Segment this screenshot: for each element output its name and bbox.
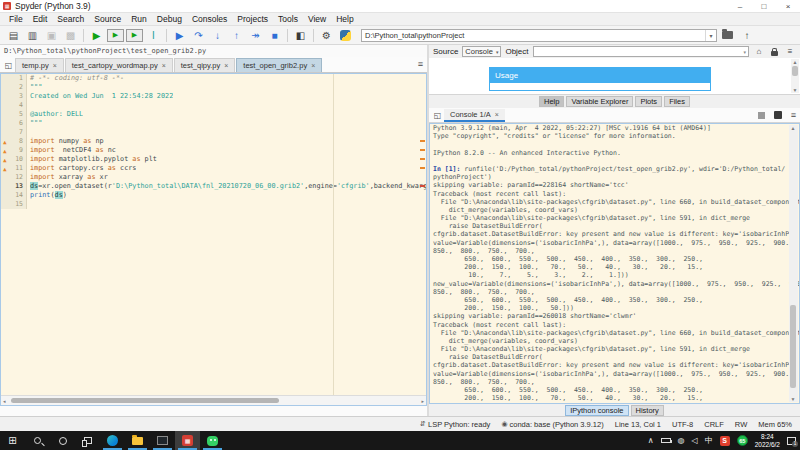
taskbar-search[interactable] xyxy=(25,431,50,450)
preferences-icon[interactable]: ⚙ xyxy=(317,28,336,43)
scrollbar-thumb[interactable] xyxy=(11,398,279,403)
tab-ipython-console[interactable]: IPython console xyxy=(565,405,628,416)
editor-tab[interactable]: test_open_grib2.py× xyxy=(236,58,322,72)
code-editor[interactable]: 1# -*- coding: utf-8 -*-2"""3Created on … xyxy=(0,73,427,406)
menu-source[interactable]: Source xyxy=(89,14,126,24)
menu-view[interactable]: View xyxy=(303,14,331,24)
console-vertical-scrollbar[interactable]: ▲ ▼ xyxy=(789,125,798,402)
scrollbar-thumb[interactable] xyxy=(792,66,798,76)
clock-time: 8:24 xyxy=(755,433,780,441)
menu-projects[interactable]: Projects xyxy=(232,14,273,24)
console-tab[interactable]: Console 1/A × xyxy=(444,109,505,122)
taskbar-task-view[interactable] xyxy=(75,431,100,450)
working-directory-combobox[interactable]: D:\Python_total\pythonProject ▾ xyxy=(361,29,717,42)
taskbar-clock[interactable]: 8:24 2022/6/2 xyxy=(755,433,780,448)
taskbar-terminal[interactable] xyxy=(150,431,175,450)
editor-options-menu-icon[interactable]: ≡ xyxy=(418,59,423,69)
browse-tabs-icon[interactable]: ◱ xyxy=(431,109,444,121)
remove-variables-icon[interactable] xyxy=(774,111,782,119)
run-cell-advance-icon[interactable]: ▶ xyxy=(126,29,143,42)
taskbar-edge[interactable] xyxy=(100,431,125,450)
menu-debug[interactable]: Debug xyxy=(152,14,187,24)
chevron-up-icon[interactable]: ∧ xyxy=(648,436,654,445)
menu-tools[interactable]: Tools xyxy=(273,14,303,24)
open-file-icon[interactable]: ▥ xyxy=(23,28,42,43)
red-app-badge[interactable]: S xyxy=(720,436,730,446)
close-icon[interactable]: × xyxy=(495,111,499,118)
lock-icon[interactable] xyxy=(771,51,778,56)
tab-help[interactable]: Help xyxy=(539,96,564,107)
chevron-down-icon[interactable]: ▾ xyxy=(705,30,716,41)
close-icon[interactable]: × xyxy=(224,62,228,69)
interrupt-kernel-icon[interactable] xyxy=(758,112,765,119)
maximize-button[interactable]: □ xyxy=(752,0,776,12)
run-file-icon[interactable]: ▶ xyxy=(87,28,106,43)
console-text: Traceback (most recent call last): xyxy=(433,190,566,198)
save-all-icon[interactable]: ▩ xyxy=(61,28,80,43)
close-icon[interactable]: × xyxy=(162,62,166,69)
debug-step-out-icon[interactable]: ↑ xyxy=(227,28,246,43)
scrollbar-thumb[interactable] xyxy=(790,305,796,388)
editor-horizontal-scrollbar[interactable]: ◂ ▸ xyxy=(1,395,426,405)
python-env-icon[interactable] xyxy=(336,28,355,43)
taskbar-cortana[interactable] xyxy=(50,431,75,450)
minimize-button[interactable]: – xyxy=(728,0,752,12)
menu-consoles[interactable]: Consoles xyxy=(187,14,232,24)
home-icon[interactable]: ⌂ xyxy=(753,47,765,56)
battery-icon[interactable] xyxy=(661,438,671,443)
menu-search[interactable]: Search xyxy=(52,14,89,24)
volume-icon[interactable]: ◁ xyxy=(692,436,698,445)
maximize-pane-icon[interactable]: ◧ xyxy=(291,28,310,43)
help-vertical-scrollbar[interactable]: ▲ ▼ xyxy=(791,59,799,93)
taskbar-file-explorer[interactable] xyxy=(125,431,150,450)
battery-percent-badge[interactable]: 65 xyxy=(737,435,748,446)
ipython-console-output[interactable]: Python 3.9.12 (main, Apr 4 2022, 05:22:2… xyxy=(429,123,800,404)
scroll-down-icon[interactable]: ▼ xyxy=(792,87,798,93)
parent-directory-button[interactable]: ↑ xyxy=(737,30,757,41)
source-combobox[interactable]: Console ▾ xyxy=(462,46,501,57)
menu-help[interactable]: Help xyxy=(331,14,358,24)
close-button[interactable]: × xyxy=(776,0,800,12)
console-line: Traceback (most recent call last): xyxy=(430,321,799,329)
save-icon[interactable]: ▣ xyxy=(42,28,61,43)
taskbar-wechat[interactable] xyxy=(200,431,225,450)
debug-step-into-icon[interactable]: ↓ xyxy=(208,28,227,43)
tab-history[interactable]: History xyxy=(631,405,664,416)
new-file-icon[interactable]: ▤ xyxy=(4,28,23,43)
help-options-menu-icon[interactable]: ≡ xyxy=(784,47,796,56)
scroll-up-icon[interactable]: ▲ xyxy=(790,125,796,131)
ime-chinese[interactable]: 中 xyxy=(705,435,713,446)
editor-tab[interactable]: test_qipy.py× xyxy=(174,58,236,72)
menu-edit[interactable]: Edit xyxy=(28,14,53,24)
run-cell-icon[interactable]: ▶ xyxy=(107,29,124,42)
close-icon[interactable]: × xyxy=(53,62,57,69)
console-line: 200., 150., 100., 50.])) xyxy=(430,304,799,312)
console-options-menu-icon[interactable]: ≡ xyxy=(791,111,796,119)
taskbar-start[interactable]: ⊞ xyxy=(0,431,25,450)
object-input[interactable]: ▾ xyxy=(533,46,749,57)
debug-file-icon[interactable]: ▶ xyxy=(170,28,189,43)
network-icon[interactable]: ◍ xyxy=(678,436,685,445)
tab-files[interactable]: Files xyxy=(664,96,690,107)
menu-file[interactable]: File xyxy=(4,14,28,24)
close-icon[interactable]: × xyxy=(311,62,315,69)
scroll-up-icon[interactable]: ▲ xyxy=(792,59,798,65)
debug-continue-icon[interactable]: ↷ xyxy=(189,28,208,43)
debug-run-to-cursor-icon[interactable]: ↠ xyxy=(246,28,265,43)
console-text: raise DatasetBuildError( xyxy=(433,222,543,230)
tab-plots[interactable]: Plots xyxy=(635,96,662,107)
scroll-left-icon[interactable]: ◂ xyxy=(3,398,6,404)
menu-run[interactable]: Run xyxy=(126,14,152,24)
browse-tabs-icon[interactable]: ◱ xyxy=(2,59,15,71)
tab-variable-explorer[interactable]: Variable Explorer xyxy=(566,96,633,107)
taskbar-spyder[interactable]: ▦ xyxy=(175,431,200,450)
stop-debug-icon[interactable]: ■ xyxy=(265,28,284,43)
scroll-right-icon[interactable]: ▸ xyxy=(421,398,424,404)
editor-tab[interactable]: test_cartopy_wordmap.py× xyxy=(65,58,173,72)
editor-tab[interactable]: temp.py× xyxy=(15,58,64,72)
action-center-icon[interactable] xyxy=(787,437,796,445)
console-text: IPython 8.2.0 -- An enhanced Interactive… xyxy=(433,149,621,157)
browse-directory-button[interactable] xyxy=(717,31,737,39)
run-selection-icon[interactable]: I xyxy=(144,28,163,43)
scroll-down-icon[interactable]: ▼ xyxy=(790,396,796,402)
